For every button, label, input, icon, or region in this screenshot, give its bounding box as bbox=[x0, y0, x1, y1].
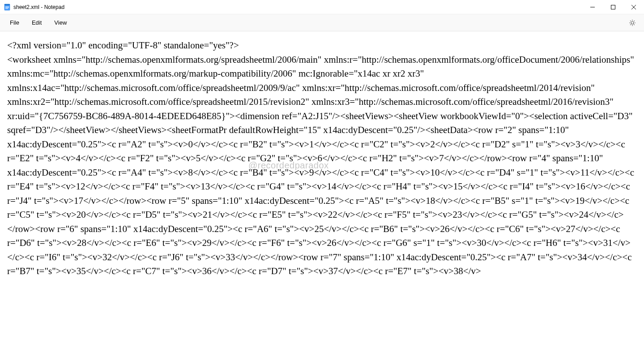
minimize-button[interactable] bbox=[582, 0, 603, 14]
window-controls bbox=[582, 0, 644, 14]
menubar: File Edit View bbox=[0, 14, 644, 31]
notepad-icon bbox=[4, 4, 11, 11]
window-title: sheet2.xml - Notepad bbox=[13, 4, 64, 10]
menu-edit[interactable]: Edit bbox=[26, 17, 48, 29]
menu-file[interactable]: File bbox=[4, 17, 26, 29]
close-button[interactable] bbox=[623, 0, 644, 14]
svg-rect-6 bbox=[611, 5, 615, 9]
text-editor-content[interactable]: <?xml version="1.0" encoding="UTF-8" sta… bbox=[0, 31, 644, 357]
titlebar: sheet2.xml - Notepad bbox=[0, 0, 644, 14]
menu-view[interactable]: View bbox=[48, 17, 73, 29]
gear-icon bbox=[629, 19, 636, 26]
svg-rect-1 bbox=[4, 4, 10, 5]
settings-button[interactable] bbox=[626, 17, 639, 29]
maximize-button[interactable] bbox=[603, 0, 623, 14]
